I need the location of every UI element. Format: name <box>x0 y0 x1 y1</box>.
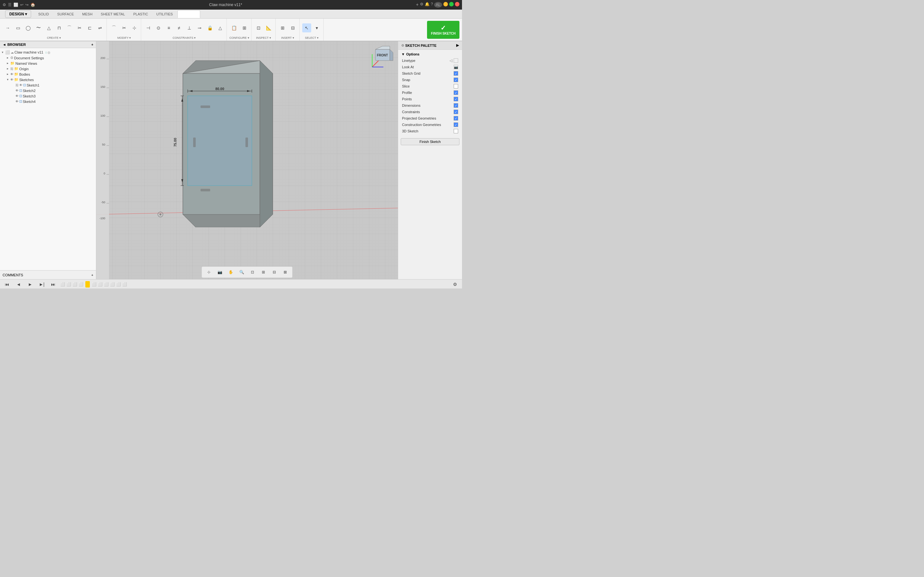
spline-tool[interactable]: 〜 <box>34 23 43 32</box>
tab-utilities[interactable]: UTILITIES <box>152 10 176 18</box>
nav-cube[interactable]: Z FRONT <box>366 45 395 73</box>
snap-toggle[interactable]: ⊹ <box>204 268 213 277</box>
select-dropdown[interactable]: ▾ <box>312 23 321 32</box>
points-checkbox[interactable]: ✓ <box>454 97 458 101</box>
tab-sheet-metal[interactable]: SHEET METAL <box>97 10 129 18</box>
dimensions-checkbox[interactable]: ✓ <box>454 103 458 108</box>
timeline-icon8[interactable]: ⬜ <box>110 282 115 287</box>
sketchgrid-checkbox[interactable]: ✓ <box>454 71 458 76</box>
arc-tool[interactable]: ⌒ <box>65 23 74 32</box>
canvas-area[interactable]: 200 150 100 50 0 -50 -100 <box>96 41 398 279</box>
rectangle-tool[interactable]: ▭ <box>13 23 23 32</box>
design-mode-button[interactable]: DESIGN ▾ <box>5 10 31 18</box>
minimize-button[interactable] <box>443 2 448 6</box>
slice-checkbox[interactable] <box>454 84 458 89</box>
inspect-tool[interactable]: 📐 <box>264 23 273 32</box>
settings-icon[interactable]: ⚙ <box>420 2 423 8</box>
lock-tool[interactable]: 🔒 <box>205 23 214 32</box>
fillet-tool[interactable]: ⌒ <box>110 23 118 32</box>
tree-item-sketch3[interactable]: 👁 ⊡ Sketch3 <box>0 93 96 99</box>
tree-item-sketches[interactable]: ▼ 👁 📁 Sketches <box>0 77 96 82</box>
display-mode[interactable]: ⊞ <box>259 268 268 277</box>
constgeom-checkbox[interactable]: ✓ <box>454 122 458 127</box>
measure-tool[interactable]: ⊡ <box>254 23 263 32</box>
tree-item-bodies[interactable]: ► 👁 📁 Bodies <box>0 71 96 77</box>
slot-tool[interactable]: ⊓ <box>55 23 63 32</box>
tree-item-docsettings[interactable]: ► ⚙ Document Settings <box>0 55 96 61</box>
user-avatar[interactable]: AL <box>434 2 442 8</box>
add-tab-icon[interactable]: + <box>416 2 418 8</box>
parallel-tool[interactable]: ≠ <box>174 23 184 32</box>
close-button[interactable] <box>455 2 459 6</box>
finish-sketch-panel-button[interactable]: Finish Sketch <box>401 138 459 145</box>
mirror-tool[interactable]: ⇌ <box>95 23 105 32</box>
tree-item-sketch2[interactable]: 👁 ⊡ Sketch2 <box>0 88 96 93</box>
offset-tool[interactable]: ⊏ <box>86 23 94 32</box>
horizontal-tool[interactable]: ⊸ <box>195 23 204 32</box>
tree-item-origin[interactable]: ► ⛓ 📁 Origin <box>0 66 96 71</box>
pan-tool[interactable]: ✋ <box>226 268 235 277</box>
trim-tool[interactable]: ✂ <box>75 23 84 32</box>
linetype-icon1[interactable]: ◁ <box>449 58 452 63</box>
redo-icon[interactable]: ↪ <box>25 3 29 7</box>
3dsketch-checkbox[interactable] <box>454 129 458 133</box>
timeline-current-marker[interactable] <box>86 281 90 287</box>
help-icon[interactable]: ? <box>431 2 433 8</box>
camera-tool[interactable]: 📷 <box>215 268 224 277</box>
timeline-icon9[interactable]: ⬜ <box>116 282 121 287</box>
tab-solid[interactable]: SOLID <box>34 10 53 18</box>
timeline-icon1[interactable]: ⬜ <box>60 282 65 287</box>
home-icon[interactable]: 🏠 <box>31 3 35 7</box>
linetype-box[interactable] <box>454 58 458 63</box>
timeline-icon10[interactable]: ⬜ <box>122 282 127 287</box>
timeline-next-button[interactable]: ►| <box>37 280 46 289</box>
grid-toggle[interactable]: ⊠ <box>281 268 290 277</box>
tree-item-sketch1[interactable]: ⛓ 👁 ⊡ Sketch1 <box>0 82 96 88</box>
browser-collapse-icon[interactable]: ◄ <box>3 43 6 47</box>
undo-icon[interactable]: ↩ <box>20 3 23 7</box>
configure-tool1[interactable]: 📋 <box>230 23 239 32</box>
profile-checkbox[interactable]: ✓ <box>454 90 458 95</box>
equal-tool[interactable]: ≡ <box>164 23 173 32</box>
palette-options-header[interactable]: ▼ Options <box>398 51 462 57</box>
line-tool[interactable]: → <box>3 23 12 32</box>
tab-plastic[interactable]: PLASTIC <box>129 10 152 18</box>
timeline-icon4[interactable]: ⬜ <box>79 282 83 287</box>
settings-button[interactable]: ⚙ <box>451 280 459 289</box>
configure-tool2[interactable]: ⊞ <box>240 23 249 32</box>
tab-surface[interactable]: SURFACE <box>53 10 78 18</box>
coincident-tool[interactable]: ⊣ <box>144 23 153 32</box>
palette-expand-icon[interactable]: ▶ <box>456 43 459 47</box>
timeline-prev-button[interactable]: ◄ <box>14 280 23 289</box>
perpendicular-tool[interactable]: ⊥ <box>185 23 194 32</box>
zoom-window[interactable]: ⊡ <box>248 268 257 277</box>
maximize-button[interactable] <box>449 2 454 6</box>
tree-item-root[interactable]: ▼ ⬜ ☁ Claw machine v11 ↕ ◎ <box>0 49 96 55</box>
browser-pin-icon[interactable]: + <box>91 43 94 47</box>
tab-sketch[interactable]: SKETCH <box>178 10 200 18</box>
timeline-play-button[interactable]: ► <box>26 280 35 289</box>
timeline-icon3[interactable]: ⬜ <box>73 282 78 287</box>
constraints-checkbox[interactable]: ✓ <box>454 110 458 114</box>
timeline-icon6[interactable]: ⬜ <box>98 282 103 287</box>
trim-modify-tool[interactable]: ✂ <box>120 23 129 32</box>
finish-sketch-button[interactable]: ✓ FINISH SKETCH <box>427 21 459 39</box>
timeline-end-button[interactable]: ⏭ <box>49 280 58 289</box>
timeline-start-button[interactable]: ⏮ <box>3 280 11 289</box>
tree-item-namedviews[interactable]: ► 📁 Named Views <box>0 61 96 66</box>
polygon-tool[interactable]: △ <box>44 23 53 32</box>
snap-checkbox[interactable]: ✓ <box>454 77 458 82</box>
hamburger-icon[interactable]: ☰ <box>8 3 11 7</box>
collinear-tool[interactable]: ⊙ <box>154 23 163 32</box>
lookat-icon[interactable]: 📷 <box>454 65 458 69</box>
extend-tool[interactable]: ⊹ <box>130 23 139 32</box>
notification-icon[interactable]: 🔔 <box>425 2 430 8</box>
visual-style[interactable]: ⊟ <box>270 268 279 277</box>
select-tool[interactable]: ↖ <box>302 23 311 32</box>
timeline-icon5[interactable]: ⬜ <box>92 282 97 287</box>
tree-item-sketch4[interactable]: 👁 ⊡ Sketch4 <box>0 99 96 104</box>
circle-tool[interactable]: ◯ <box>24 23 33 32</box>
timeline-icon2[interactable]: ⬜ <box>66 282 71 287</box>
projgeom-checkbox[interactable]: ✓ <box>454 116 458 121</box>
timeline-icon7[interactable]: ⬜ <box>104 282 109 287</box>
